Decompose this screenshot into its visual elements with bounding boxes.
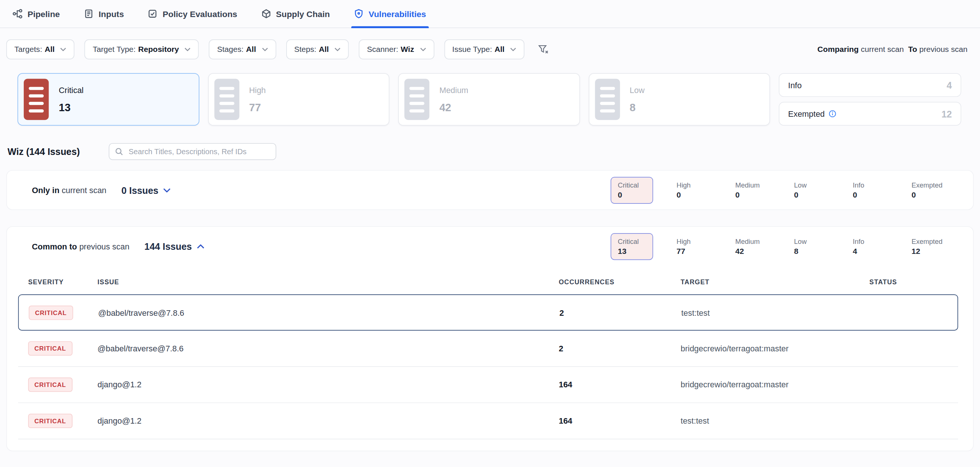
severity-card-exempted[interactable]: Exempted 12 (779, 102, 961, 125)
count-chip-exempted[interactable]: Exempted0 (905, 176, 950, 203)
filter-scanner[interactable]: Scanner:Wiz (359, 39, 434, 59)
group-row-only-in: Only in current scan 0 Issues Critical0 … (7, 170, 973, 210)
severity-cards: Critical 13 High 77 Medium 42 Low 8 (0, 73, 980, 125)
column-header-target: TARGET (681, 278, 869, 285)
severity-card-label: Low (630, 86, 644, 95)
severity-card-count: 77 (249, 102, 266, 114)
severity-counts: Critical0 High0 Medium0 Low0 Info0 Exemp… (611, 176, 949, 203)
group-issues-count: 0 Issues (122, 184, 159, 195)
filter-issue-type[interactable]: Issue Type:All (444, 39, 525, 59)
shield-icon (353, 9, 364, 19)
severity-card-critical[interactable]: Critical 13 (18, 73, 199, 125)
count-chip-high[interactable]: High0 (670, 176, 713, 203)
severity-badge: CRITICAL (28, 342, 72, 356)
comparing-text: current scan (861, 45, 904, 54)
occurrences-cell: 2 (558, 343, 681, 353)
filter-label: Scanner: (367, 45, 398, 54)
column-header-severity: SEVERITY (28, 278, 97, 285)
severity-card-high[interactable]: High 77 (208, 73, 390, 125)
count-chip-critical[interactable]: Critical0 (611, 176, 654, 203)
info-icon (829, 110, 836, 118)
filter-value: Repository (138, 45, 179, 54)
chevron-down-icon (185, 48, 191, 51)
search-input[interactable] (127, 146, 270, 156)
filter-value: All (246, 45, 256, 54)
severity-card-low[interactable]: Low 8 (589, 73, 770, 125)
tab-label: Policy Evaluations (163, 9, 237, 18)
table-row[interactable]: CRITICAL django@1.2 164 test:test (18, 403, 958, 440)
severity-badge: CRITICAL (28, 377, 72, 392)
issue-cell: django@1.2 (97, 416, 558, 426)
count-chip-medium[interactable]: Medium0 (728, 176, 771, 203)
count-chip-low[interactable]: Low8 (787, 233, 830, 260)
target-cell: bridgecrewio/terragoat:master (681, 343, 869, 353)
filter-value: All (45, 45, 55, 54)
comparing-bold: To (908, 45, 917, 54)
clear-filters-icon[interactable] (535, 40, 552, 59)
severity-card-info[interactable]: Info 4 (779, 73, 961, 97)
count-chip-high[interactable]: High77 (670, 233, 713, 260)
chevron-down-icon (334, 48, 340, 51)
filter-stages[interactable]: Stages:All (209, 39, 276, 59)
list-icon (24, 79, 49, 120)
count-chip-info[interactable]: Info4 (846, 233, 888, 260)
issue-cell: @babel/traverse@7.8.6 (98, 308, 559, 317)
group-issues-count: 144 Issues (145, 241, 192, 252)
count-chip-critical[interactable]: Critical13 (611, 233, 654, 260)
table-row[interactable]: CRITICAL @babel/traverse@7.8.6 2 bridgec… (18, 330, 958, 367)
target-cell: test:test (681, 416, 869, 426)
filter-targets[interactable]: Targets:All (6, 39, 75, 59)
column-header-issue: ISSUE (97, 278, 558, 285)
list-icon (404, 79, 429, 120)
count-chip-info[interactable]: Info0 (846, 176, 888, 203)
occurrences-cell: 164 (558, 380, 681, 389)
table-row[interactable]: CRITICAL django@1.2 164 bridgecrewio/ter… (18, 367, 958, 403)
chevron-down-icon (60, 48, 67, 51)
tab-policy-evaluations[interactable]: Policy Evaluations (145, 0, 240, 27)
severity-badge: CRITICAL (28, 414, 72, 428)
tab-inputs[interactable]: Inputs (81, 0, 126, 27)
filter-steps[interactable]: Steps:All (286, 39, 349, 59)
tab-supply-chain[interactable]: Supply Chain (258, 0, 332, 27)
group-label: Common to previous scan (32, 241, 129, 251)
severity-card-count: 8 (630, 102, 644, 114)
issues-table: SEVERITY ISSUE OCCURRENCES TARGET STATUS… (18, 270, 958, 440)
severity-counts: Critical13 High77 Medium42 Low8 Info4 Ex… (611, 233, 949, 260)
filter-value: Wiz (401, 45, 414, 54)
count-chip-low[interactable]: Low0 (787, 176, 830, 203)
filter-label: Issue Type: (452, 45, 492, 54)
count-chip-exempted[interactable]: Exempted12 (905, 233, 950, 260)
pipeline-icon (13, 9, 22, 19)
severity-card-medium[interactable]: Medium 42 (398, 73, 580, 125)
tab-label: Supply Chain (276, 9, 330, 18)
only-in-current-scan-panel: Only in current scan 0 Issues Critical0 … (6, 170, 974, 210)
filter-target-type[interactable]: Target Type:Repository (84, 39, 199, 59)
filter-bar: Targets:All Target Type:Repository Stage… (0, 39, 980, 59)
chevron-down-icon (262, 48, 268, 51)
table-row[interactable]: CRITICAL @babel/traverse@7.8.6 2 test:te… (18, 294, 958, 330)
group-row-common-to: Common to previous scan 144 Issues Criti… (7, 227, 973, 266)
comparing-bold: Comparing (817, 45, 858, 54)
search-icon (115, 148, 123, 156)
tab-vulnerabilities[interactable]: Vulnerabilities (351, 0, 428, 27)
issue-cell: @babel/traverse@7.8.6 (97, 343, 558, 353)
severity-card-label: Critical (59, 86, 84, 95)
list-icon (214, 79, 239, 120)
column-header-status: STATUS (870, 278, 958, 285)
scanner-title: Wiz (144 Issues) (7, 146, 80, 157)
count-chip-medium[interactable]: Medium42 (728, 233, 771, 260)
group-toggle-only-in[interactable]: 0 Issues (122, 184, 171, 195)
filter-label: Steps: (294, 45, 317, 54)
severity-card-count: 13 (59, 102, 84, 114)
filter-label: Stages: (217, 45, 243, 54)
scanner-header: Wiz (144 Issues) (0, 143, 980, 160)
chevron-up-icon (197, 244, 204, 248)
tab-pipeline[interactable]: Pipeline (10, 0, 62, 27)
severity-card-count: 42 (439, 102, 468, 114)
severity-card-count: 12 (942, 109, 952, 119)
list-icon (595, 79, 619, 120)
search-box (108, 143, 276, 160)
inputs-icon (84, 9, 94, 19)
table-header-row: SEVERITY ISSUE OCCURRENCES TARGET STATUS (18, 270, 958, 294)
group-toggle-common-to[interactable]: 144 Issues (145, 241, 205, 252)
